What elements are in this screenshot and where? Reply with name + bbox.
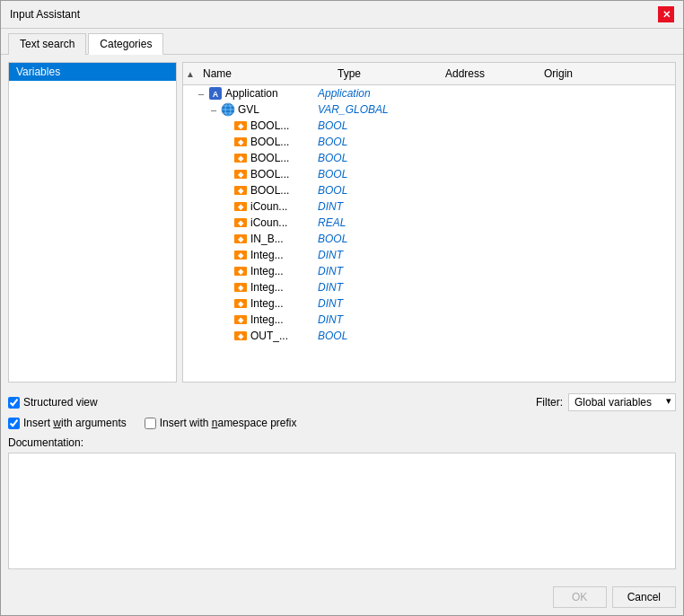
tree-row[interactable]: ◆ iCoun...REAL (183, 215, 675, 231)
variable-icon: ◆ (233, 167, 248, 181)
expand-icon (221, 169, 232, 180)
dialog-title: Input Assistant (10, 8, 80, 21)
tree-row[interactable]: ◆ Integ...DINT (183, 279, 675, 295)
svg-text:A: A (213, 90, 219, 99)
insert-with-arguments-container: Insert with arguments (8, 417, 127, 429)
tree-cell-name-text: Integ... (250, 281, 284, 294)
tree-row[interactable]: ◆ BOOL...BOOL (183, 182, 675, 198)
tree-cell-name-text: BOOL... (250, 152, 289, 164)
expand-icon (221, 330, 232, 341)
tree-row[interactable]: ◆ BOOL...BOOL (183, 150, 675, 166)
documentation-textarea[interactable] (8, 453, 676, 569)
svg-text:◆: ◆ (237, 154, 244, 163)
tree-cell-name-text: OUT_... (250, 330, 288, 342)
tree-cell-name-text: GVL (238, 103, 259, 116)
expand-icon (221, 250, 232, 260)
filter-label: Filter: (536, 396, 563, 409)
tree-cell-type-text: DINT (318, 297, 425, 310)
svg-text:◆: ◆ (237, 219, 244, 227)
tree-cell-name-text: BOOL... (250, 119, 289, 132)
header-address[interactable]: Address (440, 66, 539, 82)
tree-scroll[interactable]: – A ApplicationApplication– GVLVAR_GLOBA… (183, 85, 675, 382)
tree-cell-type-text: BOOL (318, 152, 425, 164)
options-row: Insert with arguments Insert with namesp… (1, 415, 683, 433)
expand-icon (221, 282, 232, 293)
tree-cell-name-text: BOOL... (250, 136, 289, 148)
svg-text:◆: ◆ (237, 138, 244, 146)
svg-text:◆: ◆ (237, 251, 244, 260)
svg-text:◆: ◆ (237, 235, 244, 243)
expand-icon[interactable]: – (208, 104, 219, 115)
ok-button[interactable]: OK (553, 586, 607, 608)
tree-cell-type-text: BOOL (318, 184, 425, 197)
svg-text:◆: ◆ (237, 300, 244, 308)
filter-select-wrapper: Global variables All Local variables (568, 393, 676, 411)
structured-view-checkbox[interactable] (8, 397, 20, 409)
header-type[interactable]: Type (332, 66, 440, 82)
tree-cell-name-text: Application (225, 87, 278, 100)
tree-cell-name-text: BOOL... (250, 184, 289, 197)
structured-view-label[interactable]: Structured view (23, 396, 98, 409)
close-button[interactable]: ✕ (658, 6, 674, 22)
tabs-bar: Text search Categories (1, 29, 683, 55)
tree-cell-name-text: Integ... (250, 265, 284, 277)
documentation-label: Documentation: (8, 436, 676, 449)
left-panel-item-variables[interactable]: Variables (9, 63, 176, 81)
tree-cell-type-text: BOOL (318, 330, 425, 342)
tree-row[interactable]: – GVLVAR_GLOBAL (183, 101, 675, 118)
tree-cell-type-text: DINT (318, 313, 425, 326)
tree-row[interactable]: ◆ BOOL...BOOL (183, 134, 675, 150)
svg-text:◆: ◆ (237, 316, 244, 324)
button-row: OK Cancel (1, 579, 683, 615)
tree-cell-name-text: iCoun... (250, 216, 287, 229)
expand-icon (221, 120, 232, 131)
insert-with-namespace-checkbox[interactable] (145, 418, 156, 429)
right-panel: ▲ Name Type Address Origin – A Applicati… (182, 62, 676, 383)
cancel-button[interactable]: Cancel (612, 586, 676, 608)
tree-cell-name-text: BOOL... (250, 168, 289, 180)
expand-icon (221, 153, 232, 163)
variable-icon: ◆ (233, 216, 248, 230)
tree-cell-name-text: iCoun... (250, 200, 287, 213)
variable-icon: ◆ (233, 329, 248, 343)
tab-text-search[interactable]: Text search (8, 33, 86, 55)
tree-cell-type-text: DINT (318, 249, 425, 261)
sort-icon: ▲ (186, 69, 195, 79)
insert-with-namespace-label[interactable]: Insert with namespace prefix (160, 417, 297, 429)
tree-cell-type-text: BOOL (318, 136, 425, 148)
header-name[interactable]: Name (197, 66, 332, 82)
variable-icon: ◆ (233, 280, 248, 295)
tree-row[interactable]: ◆ Integ...DINT (183, 295, 675, 312)
insert-with-arguments-label[interactable]: Insert with arguments (23, 417, 127, 429)
title-bar: Input Assistant ✕ (1, 1, 683, 29)
tree-row[interactable]: – A ApplicationApplication (183, 85, 675, 101)
tree-row[interactable]: ◆ BOOL...BOOL (183, 118, 675, 134)
tree-cell-type-text: Application (318, 87, 425, 100)
tree-cell-name-text: IN_B... (250, 233, 284, 245)
tree-cell-type-text: DINT (318, 265, 425, 277)
tree-row[interactable]: ◆ Integ...DINT (183, 263, 675, 279)
input-assistant-dialog: Input Assistant ✕ Text search Categories… (0, 0, 684, 616)
expand-icon (221, 314, 232, 325)
tree-row[interactable]: ◆ IN_B...BOOL (183, 231, 675, 247)
variable-icon: ◆ (233, 312, 248, 327)
header-origin[interactable]: Origin (539, 66, 675, 82)
tree-row[interactable]: ◆ OUT_...BOOL (183, 328, 675, 344)
tree-cell-type-text: BOOL (318, 233, 425, 245)
tree-row[interactable]: ◆ Integ...DINT (183, 312, 675, 328)
tab-categories[interactable]: Categories (88, 33, 163, 55)
tree-row[interactable]: ◆ Integ...DINT (183, 247, 675, 263)
expand-icon (221, 201, 232, 212)
tree-cell-type-text: DINT (318, 200, 425, 213)
expand-icon[interactable]: – (196, 88, 206, 99)
structured-view-container: Structured view (8, 396, 98, 409)
tree-row[interactable]: ◆ iCoun...DINT (183, 198, 675, 215)
svg-text:◆: ◆ (237, 171, 244, 179)
tree-cell-name-text: Integ... (250, 249, 284, 261)
tree-cell-name-text: Integ... (250, 297, 284, 310)
filter-select[interactable]: Global variables All Local variables (568, 393, 676, 411)
documentation-section: Documentation: (1, 433, 683, 579)
variable-icon: ◆ (233, 264, 248, 278)
tree-row[interactable]: ◆ BOOL...BOOL (183, 166, 675, 182)
insert-with-arguments-checkbox[interactable] (8, 418, 20, 429)
